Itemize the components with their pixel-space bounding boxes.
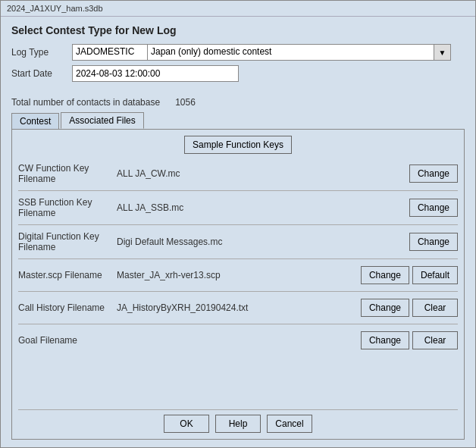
tabs-row: Contest Associated Files (11, 112, 465, 129)
goal-clear-button[interactable]: Clear (412, 331, 458, 349)
master-scp-default-button[interactable]: Default (412, 266, 458, 284)
bottom-buttons: OK Help Cancel (18, 409, 458, 433)
table-row: Digital Function Key Filename Digi Defau… (18, 230, 458, 254)
call-history-label: Call History Filename (18, 302, 117, 313)
total-contacts-label: Total number of contacts in database (11, 97, 160, 108)
cw-function-key-buttons: Change (409, 164, 458, 183)
call-history-buttons: Change Clear (361, 299, 458, 317)
tab-associated-files[interactable]: Associated Files (61, 112, 143, 129)
sample-function-keys-button[interactable]: Sample Function Keys (184, 136, 292, 154)
ssb-function-key-value: ALL JA_SSB.mc (117, 202, 409, 213)
main-window: 2024_JA1XUY_ham.s3db Select Contest Type… (0, 0, 476, 448)
tab-panel: Sample Function Keys CW Function Key Fil… (11, 129, 465, 440)
digital-function-key-label: Digital Function Key Filename (18, 231, 117, 252)
log-type-code: JADOMESTIC (72, 44, 148, 61)
title-bar-text: 2024_JA1XUY_ham.s3db (7, 4, 103, 13)
total-contacts: Total number of contacts in database 105… (11, 97, 465, 108)
table-row: SSB Function Key Filename ALL JA_SSB.mc … (18, 196, 458, 220)
log-type-dropdown-arrow[interactable]: ▼ (434, 44, 451, 61)
total-contacts-count: 1056 (175, 97, 196, 108)
goal-change-button[interactable]: Change (361, 331, 409, 349)
master-scp-label: Master.scp Filename (18, 270, 117, 280)
cancel-button[interactable]: Cancel (267, 415, 312, 433)
log-type-row: Log Type JADOMESTIC Japan (only) domesti… (11, 44, 465, 61)
cw-change-button[interactable]: Change (409, 164, 458, 183)
start-date-label: Start Date (11, 68, 72, 79)
table-row: CW Function Key Filename ALL JA_CW.mc Ch… (18, 161, 458, 186)
file-rows: CW Function Key Filename ALL JA_CW.mc Ch… (18, 161, 458, 402)
start-date-row: Start Date 2024-08-03 12:00:00 (11, 65, 465, 82)
log-type-label: Log Type (11, 47, 72, 58)
tab-contest[interactable]: Contest (11, 113, 59, 129)
cw-function-key-label: CW Function Key Filename (18, 163, 117, 184)
goal-filename-buttons: Change Clear (361, 331, 458, 349)
call-history-clear-button[interactable]: Clear (412, 299, 458, 317)
call-history-change-button[interactable]: Change (361, 299, 409, 317)
log-type-description: Japan (only) domestic contest (148, 44, 434, 61)
sample-button-row: Sample Function Keys (18, 136, 458, 154)
title-bar: 2024_JA1XUY_ham.s3db (1, 1, 475, 17)
ssb-change-button[interactable]: Change (409, 199, 458, 217)
table-row: Call History Filename JA_HistoryByXRH_20… (18, 296, 458, 319)
call-history-value: JA_HistoryByXRH_20190424.txt (117, 302, 361, 313)
log-type-select[interactable]: JADOMESTIC Japan (only) domestic contest… (72, 44, 451, 61)
help-button[interactable]: Help (215, 415, 261, 433)
master-scp-buttons: Change Default (361, 266, 458, 284)
dialog-title: Select Contest Type for New Log (11, 24, 465, 36)
table-row: Goal Filename Change Clear (18, 329, 458, 352)
digital-function-key-buttons: Change (409, 233, 458, 251)
cw-function-key-value: ALL JA_CW.mc (117, 168, 409, 179)
digital-function-key-value: Digi Default Messages.mc (117, 237, 409, 247)
ssb-function-key-label: SSB Function Key Filename (18, 197, 117, 218)
ssb-function-key-buttons: Change (409, 199, 458, 217)
master-scp-change-button[interactable]: Change (361, 266, 409, 284)
ok-button[interactable]: OK (164, 415, 209, 433)
goal-filename-label: Goal Filename (18, 335, 117, 346)
start-date-input[interactable]: 2024-08-03 12:00:00 (72, 65, 239, 82)
digital-change-button[interactable]: Change (409, 233, 458, 251)
table-row: Master.scp Filename Master_JA_xrh-ver13.… (18, 264, 458, 287)
master-scp-value: Master_JA_xrh-ver13.scp (117, 270, 361, 280)
